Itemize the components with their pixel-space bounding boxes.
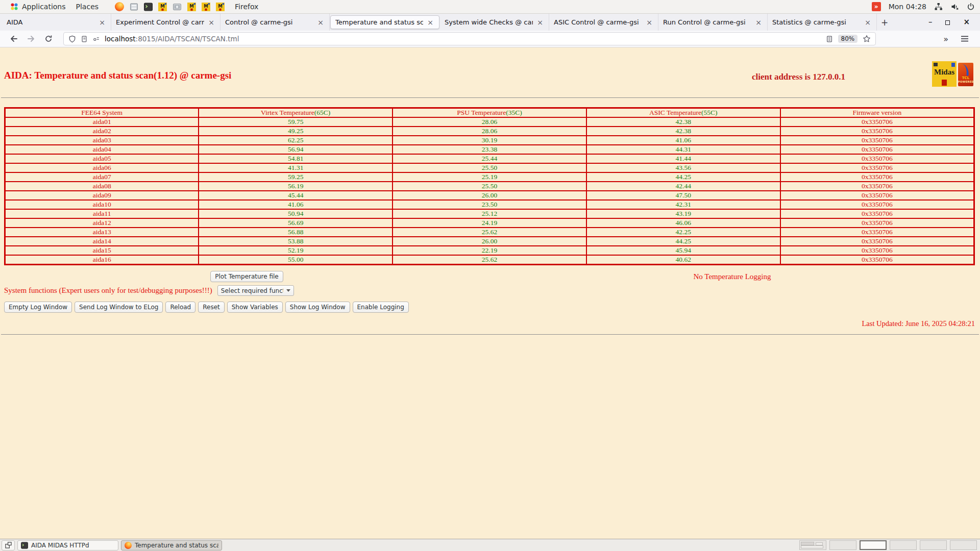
table-row: aida0159.7528.0642.380x3350706 bbox=[5, 117, 974, 127]
network-icon[interactable] bbox=[934, 3, 943, 11]
url-text[interactable]: localhost:8015/AIDA/TSCAN/TSCAN.tml bbox=[105, 35, 239, 43]
tab-strip: AIDA×Experiment Control @ carme×Control … bbox=[0, 14, 980, 31]
firefox-launcher-icon[interactable] bbox=[115, 2, 124, 11]
tab-label: Statistics @ carme-gsi bbox=[772, 18, 861, 26]
workspace-thumbnail[interactable] bbox=[950, 540, 977, 550]
places-menu[interactable]: Places bbox=[71, 0, 104, 13]
chevron-down-icon bbox=[286, 289, 290, 292]
table-row: aida1552.1922.1945.940x3350706 bbox=[5, 246, 974, 255]
tab-close-icon[interactable]: × bbox=[316, 18, 325, 27]
workspace-thumbnail[interactable] bbox=[920, 540, 947, 550]
cell-firmware: 0x3350706 bbox=[780, 117, 974, 127]
browser-tab[interactable]: Run Control @ carme-gsi× bbox=[658, 14, 768, 31]
column-header-name: Firmware version bbox=[853, 109, 902, 116]
browser-tab[interactable]: Experiment Control @ carme× bbox=[111, 14, 220, 31]
cell-virtex: 49.25 bbox=[199, 127, 393, 136]
files-launcher-icon[interactable] bbox=[130, 3, 138, 11]
cell-firmware: 0x3350706 bbox=[780, 136, 974, 145]
browser-tab[interactable]: Statistics @ carme-gsi× bbox=[768, 14, 877, 31]
taskbar-task[interactable]: Temperature and status scan @ car... bbox=[121, 540, 222, 550]
browser-tab[interactable]: System wide Checks @ carm× bbox=[440, 14, 549, 31]
forward-button[interactable] bbox=[22, 35, 40, 43]
workspace-thumbnail[interactable] bbox=[890, 540, 917, 550]
function-select[interactable]: Select required function bbox=[217, 285, 294, 296]
reload-button[interactable]: Reload bbox=[165, 302, 195, 313]
bookmark-star-icon[interactable] bbox=[863, 35, 871, 43]
new-tab-button[interactable]: + bbox=[877, 14, 892, 31]
terminal-launcher-icon[interactable] bbox=[144, 3, 153, 11]
tab-close-icon[interactable]: × bbox=[754, 18, 763, 27]
task-label: Temperature and status scan @ car... bbox=[135, 542, 218, 549]
midas-launcher-icon[interactable]: M bbox=[216, 3, 225, 11]
tab-close-icon[interactable]: × bbox=[645, 18, 653, 27]
cell-asic: 42.38 bbox=[586, 117, 780, 127]
workspace-thumbnail[interactable] bbox=[829, 540, 856, 550]
permissions-icon[interactable] bbox=[92, 35, 100, 42]
table-row: aida0641.3125.5043.560x3350706 bbox=[5, 163, 974, 172]
reader-mode-icon[interactable] bbox=[826, 35, 833, 43]
show-desktop-button[interactable] bbox=[2, 540, 15, 550]
cell-asic: 44.25 bbox=[586, 172, 780, 182]
reset-button[interactable]: Reset bbox=[198, 302, 225, 313]
cell-firmware: 0x3350706 bbox=[780, 191, 974, 200]
browser-tab[interactable]: Temperature and status scan× bbox=[330, 15, 439, 29]
workspace-thumbnail[interactable] bbox=[860, 540, 887, 550]
tab-close-icon[interactable]: × bbox=[864, 18, 872, 27]
maximize-button[interactable] bbox=[945, 17, 950, 27]
workspace-thumbnail[interactable] bbox=[799, 540, 826, 550]
enable-logging-button[interactable]: Enable Logging bbox=[353, 302, 409, 313]
cell-psu: 22.19 bbox=[393, 246, 586, 255]
desktop: Applications Places M bbox=[0, 0, 980, 551]
show-log-window-button[interactable]: Show Log Window bbox=[285, 302, 350, 313]
power-icon[interactable] bbox=[967, 3, 975, 11]
minimize-button[interactable]: – bbox=[928, 18, 933, 26]
browser-tab[interactable]: AIDA× bbox=[2, 14, 111, 31]
tab-close-icon[interactable]: × bbox=[426, 18, 434, 27]
volume-muted-icon[interactable] bbox=[950, 3, 959, 11]
url-bar[interactable]: localhost:8015/AIDA/TSCAN/TSCAN.tml 80% bbox=[63, 32, 876, 45]
tab-label: Temperature and status scan bbox=[335, 18, 423, 26]
taskbar-task[interactable]: AIDA MIDAS HTTPd bbox=[17, 540, 118, 550]
midas-launcher-icon[interactable]: M bbox=[202, 3, 210, 11]
cell-asic: 44.25 bbox=[586, 237, 780, 246]
column-header: PSU Temperature(35C) bbox=[393, 108, 586, 118]
cell-firmware: 0x3350706 bbox=[780, 145, 974, 154]
column-header-limit: (35C) bbox=[506, 109, 522, 116]
menu-hamburger-icon[interactable] bbox=[961, 35, 969, 42]
tab-close-icon[interactable]: × bbox=[207, 18, 215, 27]
midas-launcher-icon[interactable]: M bbox=[187, 3, 196, 11]
midas-launcher-icon[interactable]: M bbox=[158, 3, 167, 11]
back-button[interactable] bbox=[5, 35, 22, 43]
log-buttons-row: Empty Log WindowSend Log Window to ELogR… bbox=[4, 302, 409, 313]
cell-psu: 26.00 bbox=[393, 237, 586, 246]
midas-logo-text: Midas bbox=[934, 68, 954, 76]
notification-icon[interactable]: » bbox=[872, 2, 881, 11]
clock[interactable]: Mon 04:28 bbox=[889, 3, 926, 11]
reload-icon bbox=[44, 35, 53, 43]
empty-log-window-button[interactable]: Empty Log Window bbox=[4, 302, 72, 313]
site-info-icon[interactable] bbox=[81, 35, 88, 43]
tcl-logo-subtext: POWERED bbox=[958, 80, 973, 83]
midas-logo: Midas bbox=[932, 61, 957, 87]
shield-icon[interactable] bbox=[68, 35, 76, 43]
reload-button[interactable] bbox=[40, 35, 57, 43]
tab-label: Run Control @ carme-gsi bbox=[663, 18, 751, 26]
applications-menu[interactable]: Applications bbox=[5, 0, 71, 13]
zoom-level-chip[interactable]: 80% bbox=[838, 35, 858, 43]
browser-tab[interactable]: ASIC Control @ carme-gsi× bbox=[549, 14, 658, 31]
tab-close-icon[interactable]: × bbox=[536, 18, 544, 27]
tab-close-icon[interactable]: × bbox=[98, 18, 106, 27]
plot-temperature-button[interactable]: Plot Temperature file bbox=[210, 271, 283, 282]
midas-logo-stamp bbox=[942, 80, 947, 86]
close-window-button[interactable]: × bbox=[963, 18, 970, 26]
browser-tab[interactable]: Control @ carme-gsi× bbox=[220, 14, 330, 31]
table-row: aida1150.9425.1243.190x3350706 bbox=[5, 209, 974, 218]
show-variables-button[interactable]: Show Variables bbox=[227, 302, 283, 313]
cell-virtex: 52.19 bbox=[199, 246, 393, 255]
screenshot-launcher-icon[interactable] bbox=[173, 3, 182, 11]
table-actions-row: Plot Temperature file No Temperature Log… bbox=[4, 271, 975, 282]
url-bar-actions: 80% bbox=[826, 35, 871, 43]
cell-psu: 28.06 bbox=[393, 127, 586, 136]
send-log-window-to-elog-button[interactable]: Send Log Window to ELog bbox=[75, 302, 163, 313]
overflow-chevron-icon[interactable]: » bbox=[943, 34, 948, 44]
